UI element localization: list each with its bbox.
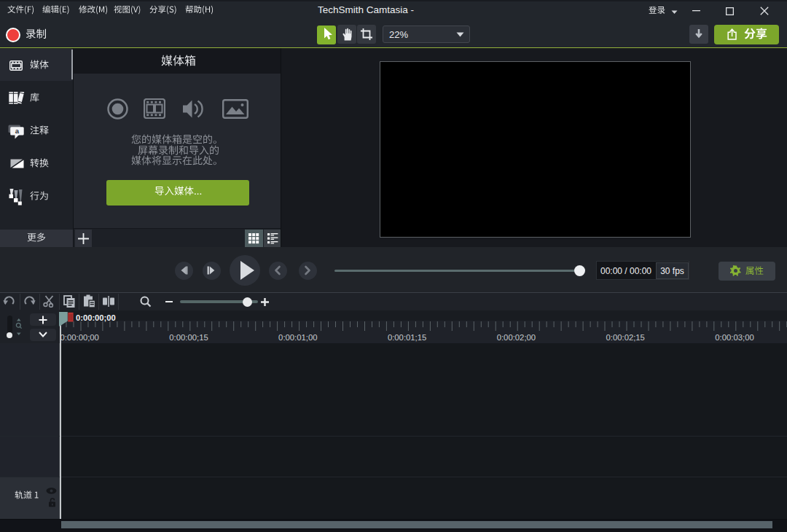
svg-text:a: a — [15, 127, 20, 135]
